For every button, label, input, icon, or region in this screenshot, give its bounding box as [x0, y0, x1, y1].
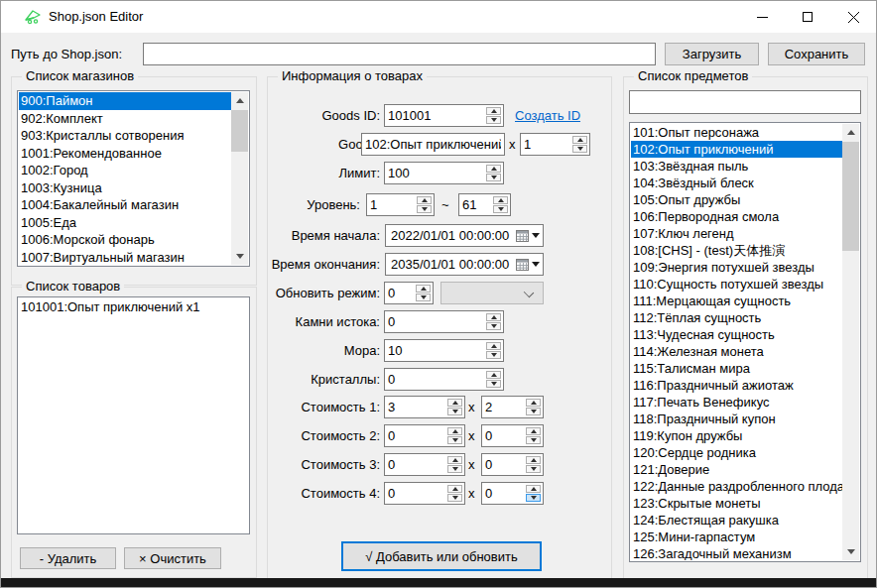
spin-up-button[interactable] [447, 456, 462, 464]
spin-down-button[interactable] [486, 174, 501, 181]
list-item[interactable]: 1002:Город [19, 162, 231, 179]
spin-up-button[interactable] [493, 196, 508, 204]
primogem-input[interactable] [386, 312, 484, 331]
list-item[interactable]: 1006:Морской фонарь [19, 231, 231, 249]
path-input[interactable] [144, 44, 655, 64]
cost1-count-input[interactable] [483, 398, 524, 416]
list-item[interactable]: 125:Мини-гарпастум [631, 529, 842, 545]
spin-down-button[interactable] [526, 408, 541, 415]
list-item[interactable]: 115:Талисман мира [631, 360, 842, 377]
spin-up-button[interactable] [486, 342, 501, 350]
goods-count-input[interactable] [522, 135, 570, 154]
spin-up-button[interactable] [486, 165, 501, 173]
refresh-mode-combo[interactable] [440, 282, 544, 304]
list-item[interactable]: 113:Чудесная сущность [631, 326, 842, 343]
cost1-id-input[interactable] [386, 398, 445, 416]
spin-down-button[interactable] [526, 436, 541, 444]
refresh-mode-input[interactable] [386, 284, 414, 302]
crystal-input[interactable] [386, 370, 484, 389]
spin-up-button[interactable] [486, 107, 501, 115]
spin-up-button[interactable] [526, 399, 541, 407]
spin-down-button[interactable] [417, 205, 432, 213]
end-time-dropdown-button[interactable] [516, 254, 540, 275]
list-item[interactable]: 900:Паймон [19, 92, 231, 110]
list-item[interactable]: 902:Комплект [19, 110, 231, 128]
list-item[interactable]: 1007:Виртуальный магазин [19, 249, 231, 266]
list-item[interactable]: 112:Тёплая сущность [631, 309, 842, 326]
cart-list[interactable]: 101001:Опыт приключений x1 [17, 296, 250, 534]
limit-input[interactable] [386, 164, 484, 182]
spin-up-button[interactable] [526, 485, 541, 493]
list-item[interactable]: 119:Купон дружбы [631, 427, 842, 444]
scroll-up-button[interactable] [231, 92, 248, 109]
cost2-count-input[interactable] [483, 426, 524, 445]
item-list-scrollbar[interactable] [842, 124, 859, 560]
list-item[interactable]: 122:Данные раздробленного плода [631, 478, 842, 495]
spin-down-button[interactable] [447, 436, 462, 444]
list-item[interactable]: 109:Энергия потухшей звезды [631, 259, 842, 276]
delete-button[interactable]: - Удалить [20, 547, 116, 569]
item-list[interactable]: 101:Опыт персонажа102:Опыт приключений10… [629, 122, 861, 562]
list-item[interactable]: 126:Загадочный механизм [631, 545, 842, 560]
maximize-button[interactable] [785, 1, 830, 33]
list-item[interactable]: 1005:Еда [19, 214, 231, 232]
list-item[interactable]: 124:Блестящая ракушка [631, 512, 842, 529]
list-item[interactable]: 103:Звёздная пыль [631, 158, 842, 175]
list-item[interactable]: 107:Ключ легенд [631, 225, 842, 242]
list-item[interactable]: 1003:Кузница [19, 179, 231, 197]
save-button[interactable]: Сохранить [768, 43, 865, 65]
list-item[interactable]: 903:Кристаллы сотворения [19, 127, 231, 145]
spin-up-button[interactable] [416, 285, 431, 293]
scroll-up-button[interactable] [842, 124, 859, 141]
goods-input[interactable] [362, 134, 504, 155]
begin-time-picker[interactable]: 2022/01/01 00:00:00 [385, 224, 544, 247]
level-max-input[interactable] [460, 195, 491, 214]
spin-up-button[interactable] [447, 427, 462, 435]
spin-down-button[interactable] [447, 465, 462, 473]
cost3-id-input[interactable] [386, 455, 445, 474]
spin-up-button[interactable] [572, 136, 587, 144]
close-button[interactable] [830, 1, 876, 33]
list-item[interactable]: 111:Мерцающая сущность [631, 293, 842, 309]
spin-down-button[interactable] [572, 145, 587, 153]
spin-down-button[interactable] [493, 205, 508, 213]
load-button[interactable]: Загрузить [665, 43, 759, 65]
mora-input[interactable] [386, 341, 484, 360]
minimize-button[interactable] [739, 1, 785, 33]
spin-down-button[interactable] [486, 322, 501, 330]
spin-up-button[interactable] [526, 456, 541, 464]
list-item[interactable]: 105:Опыт дружбы [631, 191, 842, 208]
spin-down-button[interactable] [486, 380, 501, 388]
list-item[interactable]: 1004:Бакалейный магазин [19, 196, 231, 214]
scroll-down-button[interactable] [842, 543, 859, 560]
spin-up-button[interactable] [486, 313, 501, 321]
list-item[interactable]: 116:Праздничный ажиотаж [631, 377, 842, 394]
list-item[interactable]: 117:Печать Венефикус [631, 394, 842, 411]
list-item[interactable]: 114:Железная монета [631, 343, 842, 360]
spin-up-button[interactable] [417, 196, 432, 204]
list-item[interactable]: 118:Праздничный купон [631, 411, 842, 427]
search-input[interactable] [630, 91, 860, 113]
list-item[interactable]: 121:Доверие [631, 461, 842, 478]
list-item[interactable]: 102:Опыт приключений [631, 141, 842, 158]
goods-id-input[interactable] [386, 106, 484, 125]
list-item[interactable]: 123:Скрытые монеты [631, 495, 842, 512]
cost2-id-input[interactable] [386, 426, 445, 445]
spin-down-button[interactable] [486, 351, 501, 359]
cost3-count-input[interactable] [483, 455, 524, 474]
scrollbar-thumb[interactable] [231, 110, 248, 152]
spin-up-button[interactable] [486, 371, 501, 379]
end-time-picker[interactable]: 2035/01/01 00:00:00 [385, 253, 544, 276]
scrollbar-thumb[interactable] [842, 142, 859, 251]
add-or-update-button[interactable]: √ Добавить или обновить [341, 541, 542, 571]
spin-up-button[interactable] [526, 427, 541, 435]
list-item[interactable]: 101:Опыт персонажа [631, 124, 842, 141]
spin-down-button[interactable] [447, 408, 462, 415]
list-item[interactable]: 104:Звёздный блеск [631, 175, 842, 191]
list-item[interactable]: 1001:Рекомендованное [19, 145, 231, 163]
cost4-id-input[interactable] [386, 484, 445, 503]
spin-down-button[interactable] [486, 116, 501, 124]
spin-up-button[interactable] [447, 399, 462, 407]
level-min-input[interactable] [368, 195, 415, 214]
begin-time-dropdown-button[interactable] [516, 225, 540, 246]
